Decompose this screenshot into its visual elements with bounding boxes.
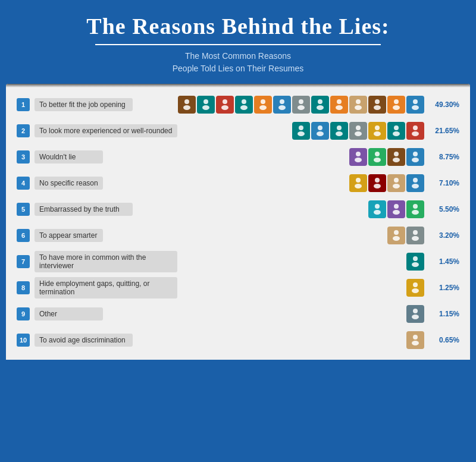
svg-point-46 <box>413 152 418 156</box>
bar-area-5 <box>136 200 425 219</box>
svg-point-19 <box>355 105 362 110</box>
svg-point-69 <box>412 288 419 293</box>
svg-point-65 <box>412 236 419 241</box>
pct-label-10: 0.65% <box>428 336 459 344</box>
rank-badge-7: 7 <box>17 255 30 268</box>
avatar <box>254 96 272 114</box>
svg-point-3 <box>202 105 209 110</box>
svg-point-57 <box>374 210 381 215</box>
avatar <box>330 122 348 140</box>
avatar-icon <box>352 176 365 191</box>
chart-area: 1To better fit the job opening <box>6 84 470 360</box>
svg-point-31 <box>336 131 343 136</box>
avatars-5 <box>368 200 425 219</box>
avatars-2 <box>292 121 425 140</box>
rank-badge-9: 9 <box>17 307 30 320</box>
avatar <box>406 305 424 323</box>
row-label-1: To better fit the job opening <box>35 98 133 111</box>
bar-area-7 <box>181 252 425 271</box>
avatar-icon <box>409 202 422 217</box>
svg-point-25 <box>412 105 419 110</box>
avatar-icon <box>256 98 270 112</box>
avatar <box>216 96 234 114</box>
avatar <box>197 96 215 114</box>
pct-label-4: 7.10% <box>428 179 459 187</box>
avatar <box>368 148 386 166</box>
svg-point-44 <box>394 152 399 156</box>
svg-point-49 <box>355 184 362 188</box>
avatar-icon <box>180 98 193 112</box>
avatar-icon <box>409 281 422 296</box>
avatar-icon <box>390 124 403 139</box>
avatar <box>311 122 329 140</box>
avatar <box>387 148 405 166</box>
pct-label-6: 3.20% <box>428 231 459 240</box>
avatar <box>406 331 424 349</box>
svg-point-33 <box>355 131 362 136</box>
avatar <box>349 96 367 114</box>
pct-label-7: 1.45% <box>428 257 459 266</box>
svg-point-59 <box>393 210 400 215</box>
svg-point-28 <box>318 125 322 130</box>
avatars-7 <box>406 252 425 271</box>
svg-point-24 <box>413 99 418 104</box>
bar-row-7: 7To have more in common with the intervi… <box>17 250 459 273</box>
avatar-icon <box>314 124 327 139</box>
avatars-4 <box>349 174 425 193</box>
avatar-icon <box>390 202 403 217</box>
svg-point-63 <box>393 236 400 241</box>
svg-point-34 <box>375 125 380 130</box>
svg-point-37 <box>393 131 400 136</box>
avatar-icon <box>409 307 422 322</box>
rank-badge-2: 2 <box>17 124 30 137</box>
avatar <box>368 174 386 192</box>
row-label-6: To appear smarter <box>35 229 103 242</box>
avatar-icon <box>333 124 346 139</box>
svg-point-18 <box>356 99 361 104</box>
avatar-icon <box>352 124 365 139</box>
avatar <box>368 200 386 218</box>
avatar <box>349 148 367 166</box>
row-label-8: Hide employment gaps, quitting, or termi… <box>35 277 177 298</box>
bar-area-1 <box>136 95 425 114</box>
svg-point-15 <box>317 105 324 110</box>
avatar <box>406 279 424 297</box>
svg-point-68 <box>413 282 418 287</box>
bar-area-3 <box>107 147 425 166</box>
svg-point-62 <box>394 230 399 235</box>
svg-point-52 <box>394 178 399 183</box>
bar-area-10 <box>136 331 425 350</box>
svg-point-4 <box>223 99 227 104</box>
rank-badge-3: 3 <box>17 150 30 164</box>
avatar-icon <box>409 150 422 165</box>
svg-point-26 <box>299 125 303 130</box>
bar-row-6: 6To appear smarter 3.20% <box>17 224 459 247</box>
avatar <box>273 96 291 114</box>
svg-point-10 <box>280 99 284 104</box>
avatar-icon <box>409 124 422 139</box>
avatar-icon <box>314 98 327 112</box>
avatar-icon <box>371 176 384 191</box>
avatars-6 <box>387 226 425 245</box>
svg-point-70 <box>413 309 418 313</box>
rank-badge-6: 6 <box>17 229 30 242</box>
row-label-4: No specific reason <box>35 177 103 190</box>
avatar-icon <box>295 98 308 112</box>
rank-badge-5: 5 <box>17 203 30 216</box>
header: The Reasons Behind the Lies: The Most Co… <box>0 0 476 84</box>
bar-row-10: 10To avoid age discrimination 0.65% <box>17 329 459 351</box>
bar-row-4: 4No specific reason 7.10% <box>17 172 459 194</box>
svg-point-58 <box>394 204 399 209</box>
svg-point-35 <box>374 131 381 136</box>
svg-point-17 <box>336 105 343 110</box>
avatar <box>292 122 310 140</box>
avatars-3 <box>349 147 425 166</box>
svg-point-60 <box>413 204 418 209</box>
svg-point-73 <box>412 341 419 345</box>
svg-point-29 <box>317 131 324 136</box>
avatar <box>349 122 367 140</box>
avatar-icon <box>371 98 384 112</box>
avatar <box>178 96 196 114</box>
pct-label-1: 49.30% <box>428 100 459 109</box>
avatar-icon <box>409 98 422 112</box>
